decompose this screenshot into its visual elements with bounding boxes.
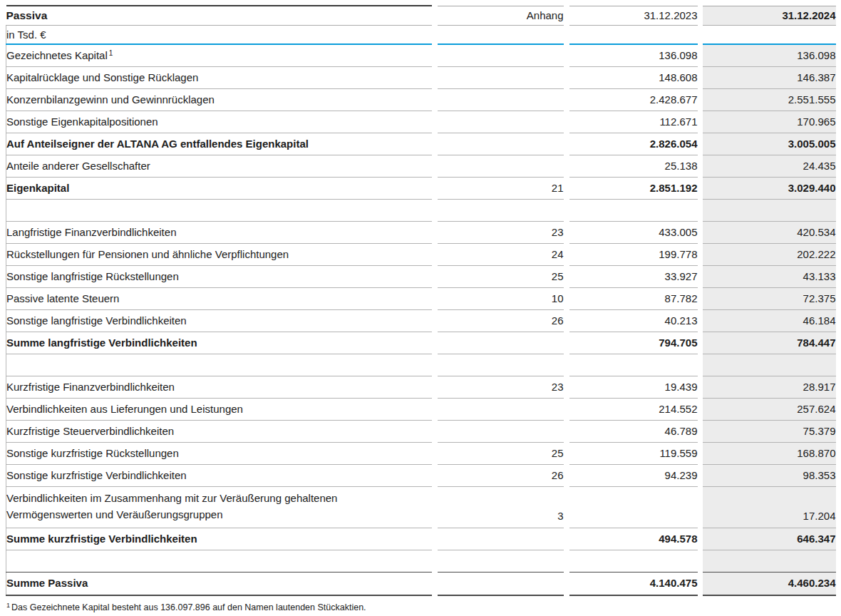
column-gap: [698, 133, 703, 155]
value-2024: 784.447: [703, 332, 836, 354]
column-gap: [698, 288, 703, 310]
column-gap: [698, 266, 703, 288]
row-label: Eigenkapital: [6, 178, 432, 200]
table-row: Kurzfristige Finanzverbindlichkeiten2319…: [6, 376, 836, 399]
column-gap: [432, 354, 438, 376]
value-2023: 4.140.475: [569, 572, 698, 595]
column-gap: [564, 244, 569, 266]
table-row: Summe kurzfristige Verbindlichkeiten494.…: [6, 528, 836, 550]
value-2023: 2.428.677: [569, 89, 698, 111]
column-gap: [432, 376, 438, 399]
table-row: Rückstellungen für Pensionen und ähnlich…: [6, 244, 836, 266]
table-row: Konzernbilanzgewinn und Gewinnrücklagen2…: [6, 89, 836, 111]
anhang-value: 3: [438, 487, 564, 528]
row-label: Summe Passiva: [6, 572, 432, 595]
row-label: Sonstige kurzfristige Verbindlichkeiten: [6, 465, 432, 487]
anhang-value: [438, 354, 564, 376]
table-row: Passive latente Steuern1087.78272.375: [6, 288, 836, 310]
value-2023: 2.826.054: [569, 133, 698, 155]
row-label: Verbindlichkeiten im Zusammenhang mit zu…: [6, 487, 432, 528]
balance-sheet-page: Passiva Anhang 31.12.2023 31.12.2024 in …: [0, 0, 841, 616]
column-gap: [564, 133, 569, 155]
value-2024: 43.133: [703, 266, 836, 288]
table-row: Auf Anteilseigner der ALTANA AG entfalle…: [6, 133, 836, 155]
row-label: Passive latente Steuern: [6, 288, 432, 310]
row-label: Verbindlichkeiten aus Lieferungen und Le…: [6, 399, 432, 421]
anhang-value: [438, 332, 564, 354]
value-2023: 46.789: [569, 421, 698, 443]
value-2023: 25.138: [569, 155, 698, 178]
table-row: Anteile anderer Gesellschafter25.13824.4…: [6, 155, 836, 178]
value-2024: 146.387: [703, 67, 836, 89]
row-label: Summe langfristige Verbindlichkeiten: [6, 332, 432, 354]
column-gap: [564, 354, 569, 376]
column-gap: [698, 465, 703, 487]
column-gap: [698, 354, 703, 376]
value-2024: 3.029.440: [703, 178, 836, 200]
row-label: Sonstige Eigenkapitalpositionen: [6, 111, 432, 133]
table-row: Summe langfristige Verbindlichkeiten794.…: [6, 332, 836, 354]
column-gap: [432, 44, 438, 67]
column-gap: [564, 111, 569, 133]
column-gap: [698, 200, 703, 222]
anhang-value: [438, 421, 564, 443]
column-gap: [432, 528, 438, 550]
row-label: Kurzfristige Steuerverbindlichkeiten: [6, 421, 432, 443]
anhang-value: 23: [438, 376, 564, 399]
row-label: Rückstellungen für Pensionen und ähnlich…: [6, 244, 432, 266]
footnote-text: Das Gezeichnete Kapital besteht aus 136.…: [11, 602, 366, 612]
value-2024: 98.353: [703, 465, 836, 487]
value-2023: [569, 487, 698, 528]
unit-row: in Tsd. €: [6, 26, 836, 45]
value-2023: 494.578: [569, 528, 698, 550]
table-row: Verbindlichkeiten im Zusammenhang mit zu…: [6, 487, 836, 528]
row-label: Kapitalrücklage und Sonstige Rücklagen: [6, 67, 432, 89]
value-2024: 4.460.234: [703, 572, 836, 595]
row-label: Gezeichnetes Kapital1: [6, 44, 432, 67]
anhang-value: [438, 89, 564, 111]
column-header-2023: 31.12.2023: [569, 6, 698, 26]
spacer-row: [6, 200, 836, 222]
column-gap: [698, 155, 703, 178]
footnote: 1Das Gezeichnete Kapital besteht aus 136…: [6, 602, 835, 612]
value-2023: 87.782: [569, 288, 698, 310]
column-gap: [698, 487, 703, 528]
value-2024: 75.379: [703, 421, 836, 443]
column-gap: [432, 465, 438, 487]
column-gap: [564, 155, 569, 178]
anhang-value: 26: [438, 465, 564, 487]
row-label: Kurzfristige Finanzverbindlichkeiten: [6, 376, 432, 399]
column-gap: [432, 266, 438, 288]
row-label: Sonstige langfristige Verbindlichkeiten: [6, 310, 432, 332]
row-label: [6, 550, 432, 572]
column-gap: [564, 550, 569, 572]
column-gap: [564, 26, 569, 45]
table-row: Kapitalrücklage und Sonstige Rücklagen14…: [6, 67, 836, 89]
column-gap: [564, 332, 569, 354]
value-2024: 17.204: [703, 487, 836, 528]
table-body: Gezeichnetes Kapital1136.098136.098Kapit…: [6, 44, 836, 595]
anhang-value: 25: [438, 266, 564, 288]
row-label: Langfristige Finanzverbindlichkeiten: [6, 222, 432, 244]
anhang-value: [438, 399, 564, 421]
column-gap: [698, 332, 703, 354]
value-2024: 28.917: [703, 376, 836, 399]
column-gap: [564, 465, 569, 487]
column-gap: [698, 310, 703, 332]
spacer-row: [6, 354, 836, 376]
anhang-value: 25: [438, 443, 564, 465]
row-label: Konzernbilanzgewinn und Gewinnrücklagen: [6, 89, 432, 111]
anhang-value: [438, 67, 564, 89]
anhang-value: [438, 528, 564, 550]
table-row: Langfristige Finanzverbindlichkeiten2343…: [6, 222, 836, 244]
unit-cell-2024: [703, 26, 836, 45]
table-row: Verbindlichkeiten aus Lieferungen und Le…: [6, 399, 836, 421]
value-2023: 94.239: [569, 465, 698, 487]
column-gap: [564, 443, 569, 465]
table-row: Sonstige kurzfristige Rückstellungen2511…: [6, 443, 836, 465]
table-row: Sonstige kurzfristige Verbindlichkeiten2…: [6, 465, 836, 487]
unit-cell-anhang: [438, 26, 564, 45]
value-2024: 420.534: [703, 222, 836, 244]
passiva-table: Passiva Anhang 31.12.2023 31.12.2024 in …: [6, 5, 836, 596]
column-header-2024: 31.12.2024: [703, 6, 836, 26]
